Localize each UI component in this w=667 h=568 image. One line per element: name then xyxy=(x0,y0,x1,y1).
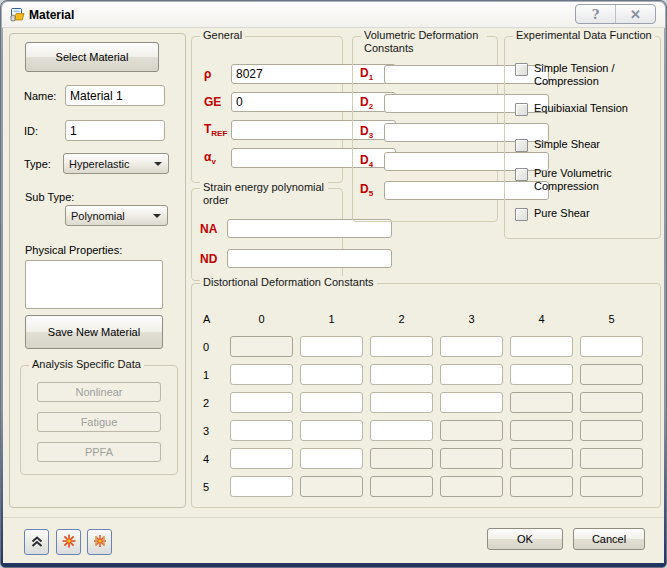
constant-cell-4-0[interactable] xyxy=(230,448,293,469)
material-dialog: Material ? ✕ Select Material Name: ID: T… xyxy=(0,0,667,568)
alpha-v-field-row: αv xyxy=(204,148,331,168)
chevron-double-up-button[interactable] xyxy=(24,529,49,555)
nd-input[interactable] xyxy=(227,249,392,268)
column-header-1: 1 xyxy=(300,308,363,329)
checkbox-pure-volumetric-compression[interactable] xyxy=(515,168,528,181)
checkbox-pure-shear[interactable] xyxy=(515,208,528,221)
type-dropdown-value: Hyperelastic xyxy=(69,158,130,170)
nonlinear-button: Nonlinear xyxy=(37,382,161,402)
subtype-dropdown[interactable]: Polynomial xyxy=(65,205,168,226)
constant-cell-1-0[interactable] xyxy=(230,364,293,385)
constant-cell-0-4[interactable] xyxy=(510,336,573,357)
d3-field-row: D3 xyxy=(360,123,484,142)
constant-cell-1-2[interactable] xyxy=(370,364,433,385)
d5-label: D5 xyxy=(360,182,384,198)
column-header-3: 3 xyxy=(440,308,503,329)
subtype-dropdown-value: Polynomial xyxy=(71,210,125,222)
d4-field-row: D4 xyxy=(360,152,484,171)
checkbox-equibiaxial-tension[interactable] xyxy=(515,103,528,116)
constant-cell-2-5 xyxy=(580,392,643,413)
name-input[interactable] xyxy=(65,85,165,106)
checkbox-simple-shear[interactable] xyxy=(515,139,528,152)
select-material-button[interactable]: Select Material xyxy=(25,42,159,72)
id-label: ID: xyxy=(24,125,38,137)
fatigue-button: Fatigue xyxy=(37,412,161,432)
d2-field-row: D2 xyxy=(360,94,484,113)
checkbox-label: Equibiaxial Tension xyxy=(534,102,628,115)
constant-cell-1-1[interactable] xyxy=(300,364,363,385)
checkbox-label: Pure Volumetric Compression xyxy=(534,167,648,193)
ge-field-row: GE xyxy=(204,92,331,112)
constant-cell-1-3[interactable] xyxy=(440,364,503,385)
starburst-button[interactable] xyxy=(56,529,81,555)
rho-field-row: ρ xyxy=(204,64,331,84)
constant-cell-5-5 xyxy=(580,476,643,497)
d2-label: D2 xyxy=(360,95,384,111)
constant-cell-2-1[interactable] xyxy=(300,392,363,413)
checkbox-label: Pure Shear xyxy=(534,207,590,220)
row-header-0: 0 xyxy=(199,336,223,357)
caption-buttons: ? ✕ xyxy=(575,4,656,24)
starburst-bars-icon xyxy=(92,533,108,551)
ppfa-button: PPFA xyxy=(37,442,161,462)
constant-cell-5-0[interactable] xyxy=(230,476,293,497)
general-group: General ρGETREFαv xyxy=(191,36,343,183)
column-header-4: 4 xyxy=(510,308,573,329)
constant-cell-0-5[interactable] xyxy=(580,336,643,357)
type-dropdown[interactable]: Hyperelastic xyxy=(63,153,169,174)
physical-properties-listbox[interactable] xyxy=(25,260,163,309)
close-button[interactable]: ✕ xyxy=(616,5,655,23)
constant-cell-5-2 xyxy=(370,476,433,497)
distortional-constants-table: A012345012345 xyxy=(199,308,643,497)
help-button[interactable]: ? xyxy=(576,5,615,23)
chevron-down-icon xyxy=(153,214,161,218)
row-header-3: 3 xyxy=(199,420,223,441)
experimental-option-row: Pure Shear xyxy=(515,207,656,221)
experimental-option-row: Equibiaxial Tension xyxy=(515,102,656,116)
row-header-4: 4 xyxy=(199,448,223,469)
row-header-2: 2 xyxy=(199,392,223,413)
na-field-row: NA xyxy=(200,219,331,238)
strain-energy-group-title: Strain energy polynomial order xyxy=(200,181,328,207)
window-title: Material xyxy=(29,8,74,22)
constant-cell-0-1[interactable] xyxy=(300,336,363,357)
constant-cell-2-0[interactable] xyxy=(230,392,293,413)
column-header-5: 5 xyxy=(580,308,643,329)
experimental-group-title: Experimental Data Function xyxy=(513,29,655,42)
volumetric-constants-group: Volumetric Deformation Constants D1D2D3D… xyxy=(352,36,498,222)
constant-cell-3-0[interactable] xyxy=(230,420,293,441)
title-bar: Material ? ✕ xyxy=(2,2,665,28)
constant-cell-2-2[interactable] xyxy=(370,392,433,413)
constant-cell-0-2[interactable] xyxy=(370,336,433,357)
cancel-button[interactable]: Cancel xyxy=(573,528,645,550)
starburst-icon xyxy=(61,533,77,551)
column-header-0: 0 xyxy=(230,308,293,329)
constant-cell-2-3[interactable] xyxy=(440,392,503,413)
subtype-label: Sub Type: xyxy=(25,191,74,203)
constant-cell-3-1[interactable] xyxy=(300,420,363,441)
close-icon: ✕ xyxy=(630,7,641,22)
chevron-down-icon xyxy=(154,162,162,166)
constant-cell-0-3[interactable] xyxy=(440,336,503,357)
row-header-1: 1 xyxy=(199,364,223,385)
constant-cell-4-1[interactable] xyxy=(300,448,363,469)
column-header-2: 2 xyxy=(370,308,433,329)
starburst-bars-button[interactable] xyxy=(87,529,112,555)
checkbox-simple-tension-compression[interactable] xyxy=(515,63,528,76)
d3-label: D3 xyxy=(360,124,384,140)
constant-cell-3-4 xyxy=(510,420,573,441)
chevron-double-up-icon xyxy=(29,533,45,551)
constant-cell-5-3 xyxy=(440,476,503,497)
constant-cell-3-2[interactable] xyxy=(370,420,433,441)
analysis-group-title: Analysis Specific Data xyxy=(29,358,144,371)
save-new-material-button[interactable]: Save New Material xyxy=(25,315,163,349)
name-label: Name: xyxy=(24,90,56,102)
help-icon: ? xyxy=(592,7,600,22)
id-input[interactable] xyxy=(65,120,165,141)
dialog-body: Select Material Name: ID: Type: Hyperela… xyxy=(3,28,664,563)
ok-button[interactable]: OK xyxy=(487,528,563,550)
constant-cell-5-4 xyxy=(510,476,573,497)
constant-cell-1-4[interactable] xyxy=(510,364,573,385)
nd-field-row: ND xyxy=(200,249,331,268)
constant-cell-4-5 xyxy=(580,448,643,469)
